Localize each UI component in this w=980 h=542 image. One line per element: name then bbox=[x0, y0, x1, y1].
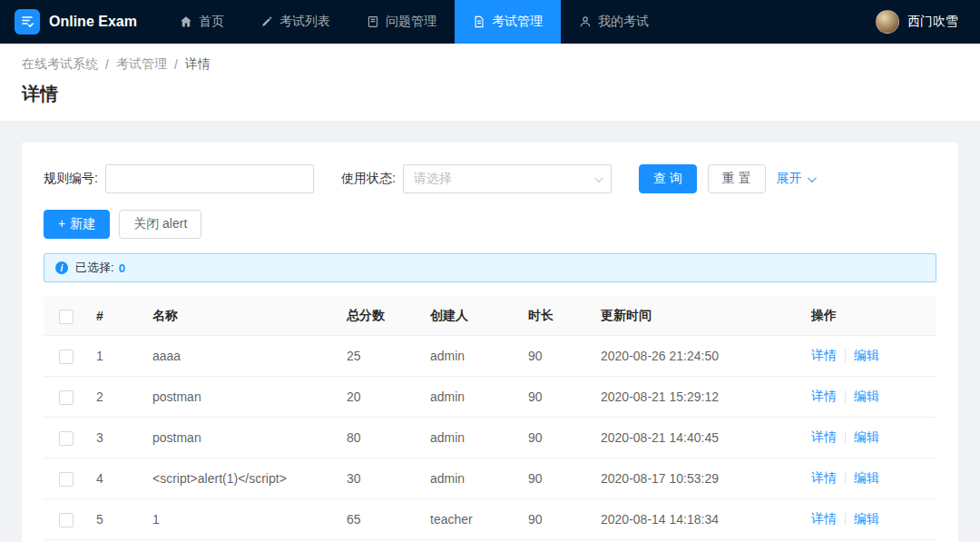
table-row: 5 1 65 teacher 90 2020-08-14 14:18:34 详情… bbox=[44, 499, 936, 540]
detail-link[interactable]: 详情 bbox=[811, 511, 837, 526]
nav-item-question-mgmt[interactable]: 问题管理 bbox=[348, 0, 455, 44]
exam-rules-table: # 名称 总分数 创建人 时长 更新时间 操作 1 aaaa 25 admin … bbox=[44, 297, 936, 540]
edit-link[interactable]: 编辑 bbox=[854, 470, 879, 485]
cell-updated: 2020-08-14 14:18:34 bbox=[593, 499, 804, 540]
cell-actions: 详情编辑 bbox=[804, 377, 936, 418]
cell-index: 2 bbox=[89, 377, 145, 418]
cell-duration: 90 bbox=[521, 336, 593, 377]
page-header: 在线考试系统 / 考试管理 / 详情 详情 bbox=[0, 44, 980, 121]
selection-alert: i 已选择: 0 bbox=[44, 253, 936, 282]
user-icon bbox=[579, 15, 592, 28]
cell-creator: teacher bbox=[423, 499, 521, 540]
cell-name: postman bbox=[145, 418, 339, 458]
info-icon: i bbox=[55, 261, 68, 274]
edit-link[interactable]: 编辑 bbox=[854, 389, 879, 403]
nav-item-exam-list[interactable]: 考试列表 bbox=[242, 0, 348, 44]
cell-name: aaaa bbox=[145, 336, 339, 377]
nav-item-my-exams[interactable]: 我的考试 bbox=[561, 0, 667, 44]
col-header-creator: 创建人 bbox=[423, 297, 521, 336]
app-logo-icon bbox=[15, 9, 40, 34]
col-header-score: 总分数 bbox=[339, 297, 423, 336]
cell-actions: 详情编辑 bbox=[804, 458, 936, 499]
cell-updated: 2020-08-21 14:40:45 bbox=[593, 418, 804, 458]
cell-duration: 90 bbox=[521, 418, 593, 458]
chevron-down-icon bbox=[808, 173, 817, 182]
select-all-checkbox[interactable] bbox=[59, 310, 74, 324]
expand-link[interactable]: 展开 bbox=[777, 171, 814, 187]
row-check-cell bbox=[44, 499, 89, 540]
expand-link-label: 展开 bbox=[777, 171, 802, 187]
nav-item-label: 考试管理 bbox=[492, 14, 543, 30]
edit-link[interactable]: 编辑 bbox=[854, 429, 879, 444]
nav-item-home[interactable]: 首页 bbox=[162, 0, 242, 44]
nav-item-exam-mgmt[interactable]: 考试管理 bbox=[455, 0, 561, 44]
cell-name: 1 bbox=[145, 499, 339, 540]
reset-button[interactable]: 重 置 bbox=[708, 164, 766, 193]
brand[interactable]: Online Exam bbox=[15, 9, 158, 34]
table-row: 1 aaaa 25 admin 90 2020-08-26 21:24:50 详… bbox=[44, 336, 936, 377]
status-select[interactable]: 请选择 bbox=[403, 164, 612, 193]
status-field: 使用状态: 请选择 bbox=[341, 164, 639, 193]
vertical-divider bbox=[845, 431, 846, 444]
detail-link[interactable]: 详情 bbox=[811, 429, 837, 444]
breadcrumb: 在线考试系统 / 考试管理 / 详情 bbox=[22, 56, 958, 73]
detail-link[interactable]: 详情 bbox=[811, 348, 837, 362]
edit-icon bbox=[260, 15, 273, 28]
vertical-divider bbox=[845, 390, 846, 403]
row-check-cell bbox=[44, 458, 89, 499]
row-checkbox[interactable] bbox=[59, 390, 74, 405]
row-checkbox[interactable] bbox=[59, 431, 74, 446]
book-icon bbox=[367, 15, 379, 28]
nav-item-label: 考试列表 bbox=[279, 14, 330, 30]
edit-link[interactable]: 编辑 bbox=[854, 348, 879, 362]
cell-score: 80 bbox=[339, 418, 423, 458]
vertical-divider bbox=[845, 472, 846, 485]
cell-index: 3 bbox=[89, 418, 145, 458]
nav-item-label: 问题管理 bbox=[386, 14, 436, 30]
row-check-cell bbox=[44, 377, 89, 418]
col-header-index: # bbox=[89, 297, 145, 336]
chevron-down-icon bbox=[594, 173, 603, 182]
cell-actions: 详情编辑 bbox=[804, 418, 936, 458]
col-header-name: 名称 bbox=[145, 297, 339, 336]
row-checkbox[interactable] bbox=[59, 350, 74, 364]
home-icon bbox=[180, 15, 192, 28]
vertical-divider bbox=[845, 350, 846, 362]
cell-duration: 90 bbox=[521, 377, 593, 418]
cell-actions: 详情编辑 bbox=[804, 499, 936, 540]
table-toolbar: +新建 关闭 alert bbox=[44, 210, 936, 239]
row-checkbox[interactable] bbox=[59, 472, 74, 487]
row-checkbox[interactable] bbox=[59, 513, 74, 527]
select-all-cell bbox=[44, 297, 89, 336]
cell-updated: 2020-08-26 21:24:50 bbox=[593, 336, 804, 377]
rule-no-input[interactable] bbox=[105, 164, 314, 193]
new-button-label: 新建 bbox=[70, 216, 95, 231]
search-button[interactable]: 查 询 bbox=[639, 164, 697, 193]
cell-creator: admin bbox=[423, 458, 521, 499]
edit-link[interactable]: 编辑 bbox=[854, 511, 879, 526]
col-header-updated: 更新时间 bbox=[593, 297, 804, 336]
selected-count: 0 bbox=[119, 261, 125, 275]
alert-text: 已选择: bbox=[75, 260, 114, 276]
table-row: 4 <script>alert(1)</script> 30 admin 90 … bbox=[44, 458, 936, 499]
avatar bbox=[876, 10, 899, 34]
rule-no-field: 规则编号: bbox=[44, 164, 341, 193]
breadcrumb-item-exam-mgmt[interactable]: 考试管理 bbox=[116, 56, 167, 73]
breadcrumb-separator: / bbox=[174, 57, 178, 72]
close-alert-button[interactable]: 关闭 alert bbox=[119, 210, 201, 239]
status-label: 使用状态: bbox=[341, 171, 396, 187]
col-header-actions: 操作 bbox=[804, 297, 936, 336]
table-row: 2 postman 20 admin 90 2020-08-21 15:29:1… bbox=[44, 377, 936, 418]
breadcrumb-item-system[interactable]: 在线考试系统 bbox=[22, 56, 98, 73]
cell-score: 20 bbox=[339, 377, 423, 418]
content-area: 规则编号: 使用状态: 请选择 查 询 重 置 展开 +新建 bbox=[0, 121, 980, 542]
detail-link[interactable]: 详情 bbox=[811, 389, 837, 403]
new-button[interactable]: +新建 bbox=[44, 210, 110, 239]
cell-score: 65 bbox=[339, 499, 423, 540]
content-card: 规则编号: 使用状态: 请选择 查 询 重 置 展开 +新建 bbox=[22, 143, 958, 542]
user-menu[interactable]: 西门吹雪 bbox=[868, 10, 965, 34]
detail-link[interactable]: 详情 bbox=[811, 470, 837, 485]
cell-score: 30 bbox=[339, 458, 423, 499]
cell-name: <script>alert(1)</script> bbox=[145, 458, 339, 499]
rule-no-label: 规则编号: bbox=[44, 171, 98, 187]
